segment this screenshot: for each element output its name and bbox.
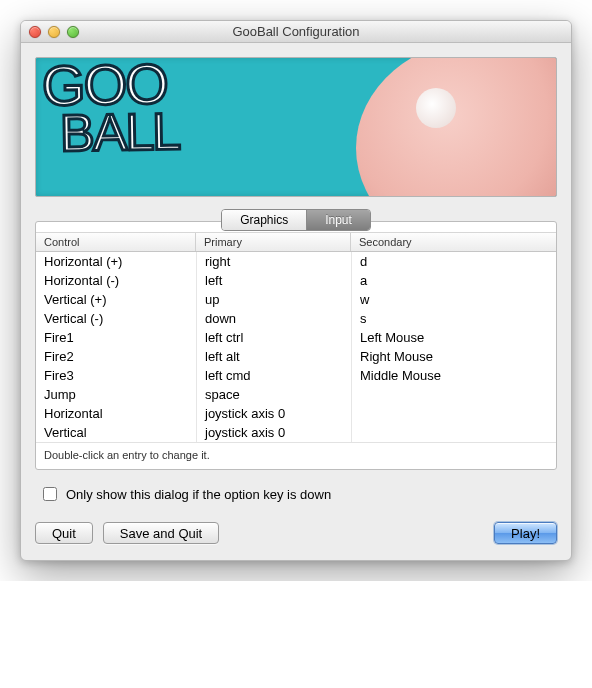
cell-primary: joystick axis 0 (196, 423, 351, 442)
table-body: Horizontal (+)rightdHorizontal (-)leftaV… (36, 252, 556, 442)
col-secondary[interactable]: Secondary (351, 233, 556, 251)
banner-logo-line2: BALL (60, 109, 180, 155)
cell-secondary: a (351, 271, 556, 290)
table-row[interactable]: Fire2left altRight Mouse (36, 347, 556, 366)
cell-primary: up (196, 290, 351, 309)
tab-input[interactable]: Input (306, 210, 370, 230)
banner-image: GOO BALL (35, 57, 557, 197)
table-row[interactable]: Vertical (-)downs (36, 309, 556, 328)
table-row[interactable]: Verticaljoystick axis 0 (36, 423, 556, 442)
tab-graphics[interactable]: Graphics (222, 210, 306, 230)
save-and-quit-button[interactable]: Save and Quit (103, 522, 219, 544)
cell-control: Vertical (-) (36, 309, 196, 328)
tab-bar: Graphics Input (35, 209, 557, 231)
cell-secondary (351, 385, 556, 404)
banner-logo: GOO BALL (42, 60, 179, 155)
cell-secondary (351, 423, 556, 442)
cell-control: Vertical (+) (36, 290, 196, 309)
cell-control: Fire1 (36, 328, 196, 347)
quit-button[interactable]: Quit (35, 522, 93, 544)
cell-primary: left ctrl (196, 328, 351, 347)
traffic-lights (29, 26, 79, 38)
col-primary[interactable]: Primary (196, 233, 351, 251)
cell-secondary: Middle Mouse (351, 366, 556, 385)
cell-secondary: s (351, 309, 556, 328)
cell-control: Jump (36, 385, 196, 404)
cell-secondary: d (351, 252, 556, 271)
cell-primary: joystick axis 0 (196, 404, 351, 423)
content-area: GOO BALL Graphics Input Control Primary … (21, 43, 571, 560)
table-row[interactable]: Horizontaljoystick axis 0 (36, 404, 556, 423)
config-window: GooBall Configuration GOO BALL Graphics … (20, 20, 572, 561)
cell-primary: left cmd (196, 366, 351, 385)
cell-primary: left (196, 271, 351, 290)
option-key-label: Only show this dialog if the option key … (66, 487, 331, 502)
table-row[interactable]: Fire3left cmdMiddle Mouse (36, 366, 556, 385)
table-header: Control Primary Secondary (36, 232, 556, 252)
table-row[interactable]: Horizontal (+)rightd (36, 252, 556, 271)
cell-control: Fire3 (36, 366, 196, 385)
cell-control: Vertical (36, 423, 196, 442)
col-control[interactable]: Control (36, 233, 196, 251)
zoom-icon[interactable] (67, 26, 79, 38)
titlebar[interactable]: GooBall Configuration (21, 21, 571, 43)
table-row[interactable]: Horizontal (-)lefta (36, 271, 556, 290)
cell-control: Horizontal (36, 404, 196, 423)
table-row[interactable]: Fire1left ctrlLeft Mouse (36, 328, 556, 347)
cell-secondary (351, 404, 556, 423)
cell-primary: space (196, 385, 351, 404)
cell-control: Horizontal (-) (36, 271, 196, 290)
input-panel: Control Primary Secondary Horizontal (+)… (35, 221, 557, 470)
cell-control: Horizontal (+) (36, 252, 196, 271)
option-key-checkbox-row[interactable]: Only show this dialog if the option key … (39, 484, 553, 504)
minimize-icon[interactable] (48, 26, 60, 38)
cell-secondary: w (351, 290, 556, 309)
close-icon[interactable] (29, 26, 41, 38)
cell-primary: down (196, 309, 351, 328)
cell-primary: left alt (196, 347, 351, 366)
cell-secondary: Left Mouse (351, 328, 556, 347)
table-row[interactable]: Jumpspace (36, 385, 556, 404)
table-row[interactable]: Vertical (+)upw (36, 290, 556, 309)
option-key-checkbox[interactable] (43, 487, 57, 501)
banner-blob (356, 57, 557, 197)
button-row: Quit Save and Quit Play! (35, 522, 557, 544)
play-button[interactable]: Play! (494, 522, 557, 544)
cell-control: Fire2 (36, 347, 196, 366)
cell-secondary: Right Mouse (351, 347, 556, 366)
window-title: GooBall Configuration (21, 24, 571, 39)
segmented-control: Graphics Input (221, 209, 371, 231)
cell-primary: right (196, 252, 351, 271)
table-hint: Double-click an entry to change it. (36, 442, 556, 469)
